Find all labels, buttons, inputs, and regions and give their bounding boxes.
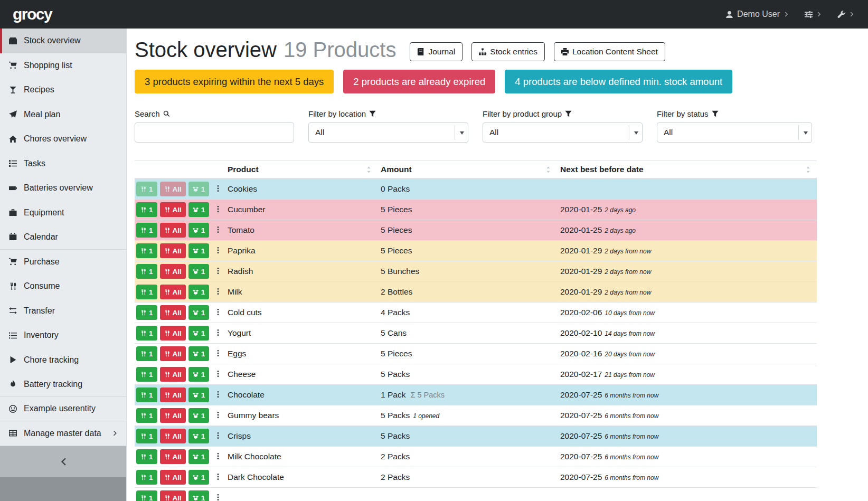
open-one-button[interactable]: 1 (188, 326, 210, 341)
consume-one-button[interactable]: 1 (136, 367, 157, 382)
location-content-sheet-button[interactable]: Location Content Sheet (554, 42, 665, 61)
open-one-button[interactable]: 1 (188, 223, 210, 238)
sidebar-item-meal-plan[interactable]: Meal plan (0, 102, 126, 127)
consume-one-button[interactable]: 1 (136, 285, 157, 299)
consume-all-button-label: All (173, 185, 182, 193)
open-one-button[interactable]: 1 (188, 470, 210, 485)
sidebar-item-transfer[interactable]: Transfer (0, 299, 126, 324)
open-one-button[interactable]: 1 (188, 346, 210, 361)
open-one-button[interactable]: 1 (188, 285, 210, 299)
sidebar-item-equipment[interactable]: Equipment (0, 201, 126, 225)
consume-one-button[interactable]: 1 (136, 305, 157, 320)
consume-one-button[interactable]: 1 (136, 470, 157, 485)
consume-one-button[interactable]: 1 (136, 429, 157, 443)
consume-all-button[interactable]: All (160, 202, 186, 217)
admin-menu[interactable] (837, 11, 855, 18)
row-menu-button[interactable] (212, 410, 224, 421)
expired-banner[interactable]: 2 products are already expired (343, 70, 495, 93)
sidebar-item-chore-tracking[interactable]: Chore tracking (0, 348, 126, 373)
consume-one-button[interactable]: 1 (136, 264, 157, 279)
row-menu-button[interactable] (212, 348, 224, 360)
row-menu-button[interactable] (212, 431, 224, 442)
product-group-filter-select[interactable]: All (483, 122, 643, 143)
row-menu-button[interactable] (212, 369, 224, 380)
row-menu-button[interactable] (212, 245, 224, 257)
settings-menu[interactable] (805, 11, 823, 18)
row-menu-button[interactable] (212, 390, 224, 401)
row-menu-button[interactable] (212, 225, 224, 236)
open-one-button[interactable]: 1 (188, 243, 210, 258)
location-filter-select[interactable]: All (308, 122, 468, 143)
consume-all-button[interactable]: All (160, 346, 186, 361)
consume-all-button[interactable]: All (160, 490, 186, 501)
open-one-button[interactable]: 1 (188, 305, 210, 320)
row-menu-button[interactable] (212, 451, 224, 462)
sidebar-item-example-userentity[interactable]: Example userentity (0, 397, 126, 422)
column-header-product[interactable]: Product (224, 161, 378, 179)
consume-all-button[interactable]: All (160, 449, 186, 464)
row-menu-button[interactable] (212, 287, 224, 298)
open-one-button[interactable]: 1 (188, 202, 210, 217)
sidebar-item-chores-overview[interactable]: Chores overview (0, 127, 126, 152)
consume-one-button[interactable]: 1 (136, 449, 157, 464)
consume-all-button[interactable]: All (160, 470, 186, 485)
consume-all-button[interactable]: All (160, 408, 186, 423)
open-one-button[interactable]: 1 (188, 429, 210, 443)
sidebar-item-battery-tracking[interactable]: Battery tracking (0, 372, 126, 397)
user-menu[interactable]: Demo User (725, 10, 790, 19)
sidebar-item-shopping-list[interactable]: Shopping list (0, 53, 126, 78)
sidebar-collapse-button[interactable] (0, 446, 126, 477)
column-header-amount[interactable]: Amount (378, 161, 557, 179)
consume-all-button[interactable]: All (160, 429, 186, 443)
consume-all-button[interactable]: All (160, 243, 186, 258)
row-menu-button[interactable] (212, 266, 224, 277)
consume-one-button[interactable]: 1 (136, 387, 157, 402)
open-one-button[interactable]: 1 (188, 408, 210, 423)
consume-all-button[interactable]: All (160, 223, 186, 238)
column-header-date[interactable]: Next best before date (557, 161, 817, 179)
consume-all-button[interactable]: All (160, 305, 186, 320)
open-one-button[interactable]: 1 (188, 490, 210, 501)
consume-all-button[interactable]: All (160, 264, 186, 279)
consume-one-button[interactable]: 1 (136, 223, 157, 238)
row-menu-button[interactable] (212, 493, 224, 501)
journal-button[interactable]: Journal (410, 42, 463, 61)
open-one-button[interactable]: 1 (188, 387, 210, 402)
consume-one-button[interactable]: 1 (136, 346, 157, 361)
below-min-stock-banner[interactable]: 4 products are below defined min. stock … (505, 70, 732, 93)
open-one-button[interactable]: 1 (188, 367, 210, 382)
open-one-button[interactable]: 1 (188, 449, 210, 464)
sidebar-item-calendar[interactable]: Calendar (0, 225, 126, 250)
consume-one-button[interactable]: 1 (136, 243, 157, 258)
sort-icon[interactable] (365, 166, 372, 173)
consume-one-button[interactable]: 1 (136, 408, 157, 423)
row-menu-button[interactable] (212, 328, 224, 339)
consume-one-button[interactable]: 1 (136, 326, 157, 341)
sidebar-item-purchase[interactable]: Purchase (0, 250, 126, 275)
open-one-button[interactable]: 1 (188, 264, 210, 279)
row-menu-button[interactable] (212, 184, 224, 195)
sidebar-item-manage-master-data[interactable]: Manage master data (0, 421, 126, 446)
search-input[interactable] (135, 122, 294, 143)
sidebar-item-tasks[interactable]: Tasks (0, 152, 126, 176)
consume-all-button[interactable]: All (160, 285, 186, 299)
stock-entries-button[interactable]: Stock entries (471, 42, 545, 61)
sort-icon[interactable] (805, 166, 812, 173)
row-menu-button[interactable] (212, 472, 224, 483)
consume-one-button[interactable]: 1 (136, 202, 157, 217)
sidebar-item-stock-overview[interactable]: Stock overview (0, 29, 126, 53)
consume-all-button[interactable]: All (160, 367, 186, 382)
sort-icon[interactable] (545, 166, 552, 173)
consume-all-button[interactable]: All (160, 387, 186, 402)
sidebar-item-recipes[interactable]: Recipes (0, 78, 126, 102)
consume-one-button[interactable]: 1 (136, 490, 157, 501)
consume-one-button-label: 1 (149, 288, 153, 296)
status-filter-select[interactable]: All (657, 122, 812, 143)
row-menu-button[interactable] (212, 204, 224, 215)
sidebar-item-batteries-overview[interactable]: Batteries overview (0, 176, 126, 201)
sidebar-item-consume[interactable]: Consume (0, 274, 126, 299)
row-menu-button[interactable] (212, 307, 224, 318)
consume-all-button[interactable]: All (160, 326, 186, 341)
expiring-banner[interactable]: 3 products expiring within the next 5 da… (135, 70, 334, 93)
sidebar-item-inventory[interactable]: Inventory (0, 323, 126, 348)
